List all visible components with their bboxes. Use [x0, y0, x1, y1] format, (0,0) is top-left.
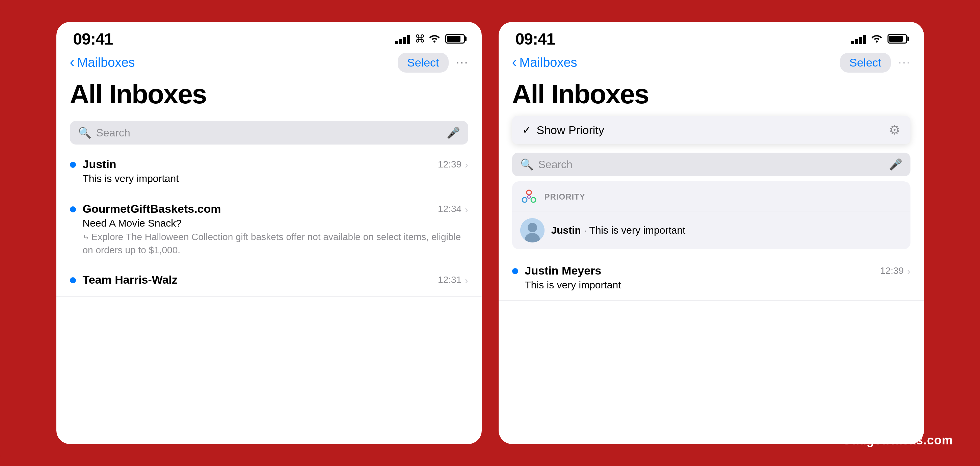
- email-header-1-right: Justin Meyers 12:39 ›: [525, 264, 910, 277]
- page-header-right: All Inboxes: [499, 76, 924, 116]
- signal-bar-2: [399, 39, 402, 44]
- outer-container: 09:41 ⌘ ‹: [0, 0, 980, 466]
- email-item-1-left[interactable]: Justin 12:39 › This is very important: [56, 150, 482, 194]
- priority-subject: This is very important: [589, 224, 685, 236]
- email-time-value-3-left: 12:31: [438, 275, 461, 285]
- email-preview-2-left: ⤷Explore The Halloween Collection gift b…: [83, 230, 468, 257]
- svg-point-3: [528, 196, 530, 198]
- email-sender-3-left: Team Harris-Walz: [83, 273, 178, 286]
- priority-label: PRIORITY: [544, 192, 585, 202]
- page-header-left: All Inboxes: [56, 76, 482, 116]
- email-sender-1-right: Justin Meyers: [525, 264, 601, 277]
- svg-point-0: [527, 190, 531, 195]
- back-button-right[interactable]: ‹ Mailboxes: [512, 55, 577, 70]
- dropdown-left: ✓ Show Priority: [522, 124, 604, 137]
- email-sender-2-left: GourmetGiftBaskets.com: [83, 202, 221, 215]
- email-header-3-left: Team Harris-Walz 12:31 ›: [83, 273, 468, 286]
- page-title-left: All Inboxes: [70, 80, 468, 109]
- back-button-left[interactable]: ‹ Mailboxes: [70, 55, 135, 70]
- email-subject-1-left: This is very important: [83, 173, 468, 184]
- unread-dot-1-left: [70, 162, 76, 168]
- email-time-value-1-right: 12:39: [880, 266, 904, 276]
- email-header-2-left: GourmetGiftBaskets.com 12:34 ›: [83, 202, 468, 215]
- svg-point-1: [522, 197, 527, 202]
- email-content-2-left: GourmetGiftBaskets.com 12:34 › Need A Mo…: [83, 202, 468, 257]
- email-chevron-1-right: ›: [907, 266, 910, 277]
- nav-bar-right: ‹ Mailboxes Select ⋯: [499, 49, 924, 76]
- priority-logo: [520, 188, 538, 206]
- search-icon-left: 🔍: [78, 126, 91, 139]
- priority-email-item[interactable]: Justin · This is very important: [512, 212, 910, 249]
- priority-header: PRIORITY: [512, 181, 910, 212]
- email-header-1-left: Justin 12:39 ›: [83, 158, 468, 171]
- nav-actions-right: Select ⋯: [840, 52, 910, 73]
- email-time-value-1-left: 12:39: [438, 159, 461, 170]
- gear-icon[interactable]: ⚙: [889, 122, 900, 137]
- signal-bar-r2: [855, 39, 858, 44]
- status-bar-left: 09:41 ⌘: [56, 22, 482, 49]
- select-button-left[interactable]: Select: [398, 52, 449, 73]
- signal-bars-left: [395, 33, 410, 44]
- dropdown-menu[interactable]: ✓ Show Priority ⚙: [512, 116, 910, 144]
- email-item-2-left[interactable]: GourmetGiftBaskets.com 12:34 › Need A Mo…: [56, 194, 482, 265]
- checkmark-icon: ✓: [522, 124, 531, 137]
- email-time-1-left: 12:39 ›: [438, 158, 468, 170]
- nav-back-label-left: Mailboxes: [77, 56, 135, 70]
- nav-bar-left: ‹ Mailboxes Select ⋯: [56, 49, 482, 76]
- search-bar-right[interactable]: 🔍 Search 🎤: [512, 153, 910, 176]
- email-list-right: Justin Meyers 12:39 › This is very impor…: [499, 256, 924, 301]
- status-icons-right: [851, 33, 907, 45]
- nav-actions-left: Select ⋯: [398, 52, 468, 73]
- email-subject-2-left: Need A Movie Snack?: [83, 218, 468, 229]
- unread-dot-3-left: [70, 277, 76, 283]
- status-time-right: 09:41: [515, 30, 555, 48]
- search-placeholder-left: Search: [96, 127, 442, 139]
- mic-icon-left: 🎤: [447, 126, 460, 139]
- battery-icon-right: [888, 34, 907, 44]
- signal-bars-right: [851, 33, 866, 44]
- signal-bar-r1: [851, 41, 854, 44]
- signal-bar-r3: [859, 37, 862, 44]
- email-content-1-left: Justin 12:39 › This is very important: [83, 158, 468, 186]
- email-item-1-right[interactable]: Justin Meyers 12:39 › This is very impor…: [499, 256, 924, 301]
- watermark-text: GadgetHacks.com: [842, 433, 953, 447]
- email-list-left: Justin 12:39 › This is very important Go…: [56, 150, 482, 297]
- email-time-1-right: 12:39 ›: [880, 265, 910, 277]
- chevron-left-icon-left: ‹: [70, 54, 75, 70]
- more-button-right[interactable]: ⋯: [897, 55, 910, 70]
- email-time-value-2-left: 12:34: [438, 204, 461, 215]
- more-button-left[interactable]: ⋯: [455, 55, 468, 70]
- priority-email-content: Justin · This is very important: [551, 224, 686, 236]
- email-time-2-left: 12:34 ›: [438, 203, 468, 215]
- priority-avatar: [520, 218, 544, 242]
- page-title-right: All Inboxes: [512, 80, 649, 109]
- svg-point-2: [531, 197, 536, 202]
- signal-bar-r4: [863, 35, 866, 44]
- battery-icon-left: [445, 34, 465, 44]
- status-bar-right: 09:41: [499, 22, 924, 49]
- search-icon-right: 🔍: [520, 158, 534, 171]
- battery-fill-left: [447, 36, 461, 42]
- search-placeholder-right: Search: [538, 158, 884, 171]
- signal-bar-4: [407, 35, 410, 44]
- email-content-1-right: Justin Meyers 12:39 › This is very impor…: [525, 264, 910, 292]
- wifi-icon-left: ⌘: [415, 32, 441, 45]
- unread-dot-2-left: [70, 206, 76, 212]
- select-button-right[interactable]: Select: [840, 52, 891, 73]
- search-bar-left[interactable]: 🔍 Search 🎤: [70, 121, 468, 145]
- priority-sender: Justin: [551, 224, 581, 236]
- priority-separator: ·: [584, 224, 589, 236]
- dropdown-label: Show Priority: [537, 124, 604, 137]
- email-time-3-left: 12:31 ›: [438, 274, 468, 286]
- search-container-left: 🔍 Search 🎤: [56, 116, 482, 150]
- email-chevron-3-left: ›: [465, 275, 468, 286]
- right-phone-screen: 09:41 ‹: [499, 22, 924, 444]
- email-chevron-2-left: ›: [465, 204, 468, 215]
- email-item-3-left[interactable]: Team Harris-Walz 12:31 ›: [56, 265, 482, 297]
- priority-section: PRIORITY Justin · This is very important: [512, 181, 910, 249]
- nav-back-label-right: Mailboxes: [520, 56, 577, 70]
- svg-point-5: [528, 223, 537, 232]
- left-phone-screen: 09:41 ⌘ ‹: [56, 22, 482, 444]
- wifi-icon-right: [870, 33, 883, 45]
- chevron-left-icon-right: ‹: [512, 54, 517, 70]
